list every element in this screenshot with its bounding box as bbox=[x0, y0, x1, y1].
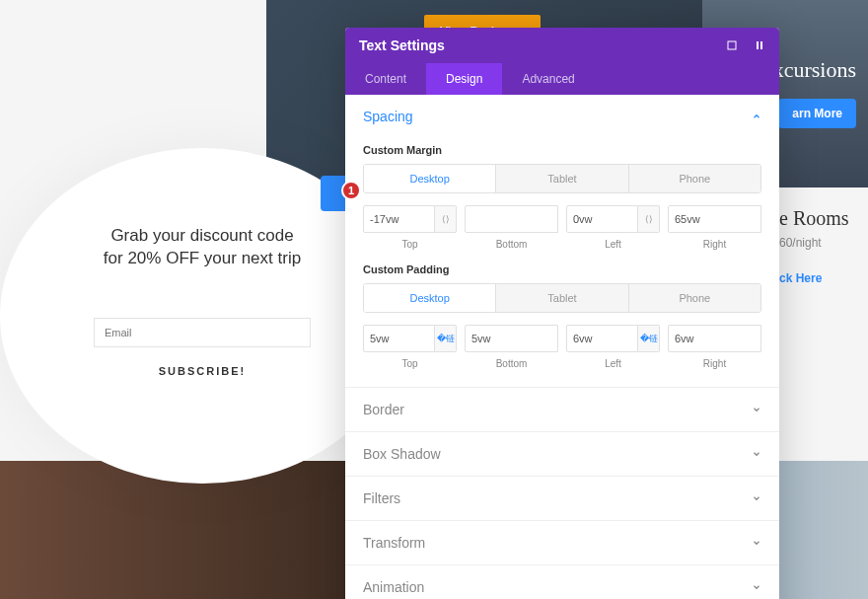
margin-device-desktop[interactable]: Desktop bbox=[364, 165, 496, 192]
chevron-down-icon bbox=[752, 538, 761, 548]
tab-content[interactable]: Content bbox=[345, 63, 426, 95]
text-settings-panel: Text Settings Content Design Advanced Sp… bbox=[345, 28, 779, 599]
chevron-down-icon bbox=[752, 449, 761, 459]
padding-left-input[interactable] bbox=[566, 325, 638, 352]
rooms-snippet: e Rooms 60/night ck Here bbox=[779, 207, 868, 285]
tab-design[interactable]: Design bbox=[426, 63, 502, 95]
margin-right-label: Right bbox=[703, 239, 726, 250]
padding-device-tabs: Desktop Tablet Phone bbox=[363, 283, 761, 313]
chevron-down-icon bbox=[752, 582, 761, 592]
section-transform-header[interactable]: Transform bbox=[345, 521, 779, 564]
margin-top-link-icon[interactable]: ⟨⟩ bbox=[435, 205, 457, 233]
promo-heading: Grab your discount codefor 20% OFF your … bbox=[104, 225, 301, 270]
section-spacing-header[interactable]: Spacing bbox=[345, 95, 779, 138]
padding-left-link-icon[interactable]: �链 bbox=[638, 325, 660, 352]
margin-left-label: Left bbox=[605, 239, 621, 250]
section-animation-label: Animation bbox=[363, 579, 424, 595]
rooms-price: 60/night bbox=[779, 236, 868, 250]
padding-device-tablet[interactable]: Tablet bbox=[496, 284, 628, 312]
margin-device-tabs: Desktop Tablet Phone bbox=[363, 164, 761, 193]
svg-rect-2 bbox=[760, 41, 762, 49]
custom-margin-label: Custom Margin bbox=[363, 144, 761, 156]
padding-bottom-label: Bottom bbox=[496, 358, 528, 369]
margin-device-tablet[interactable]: Tablet bbox=[496, 165, 628, 192]
section-transform-label: Transform bbox=[363, 535, 425, 551]
expand-icon[interactable] bbox=[726, 39, 738, 51]
section-filters-label: Filters bbox=[363, 490, 400, 506]
email-field[interactable] bbox=[94, 318, 311, 347]
section-filters-header[interactable]: Filters bbox=[345, 477, 779, 520]
section-spacing-label: Spacing bbox=[363, 109, 413, 124]
margin-bottom-input[interactable] bbox=[465, 205, 558, 233]
rooms-link[interactable]: ck Here bbox=[779, 271, 868, 285]
padding-top-label: Top bbox=[401, 358, 417, 369]
padding-device-phone[interactable]: Phone bbox=[629, 284, 760, 312]
subscribe-button[interactable]: SUBSCRIBE! bbox=[94, 355, 311, 387]
section-box-shadow-header[interactable]: Box Shadow bbox=[345, 432, 779, 476]
margin-device-phone[interactable]: Phone bbox=[629, 165, 760, 192]
section-border-header[interactable]: Border bbox=[345, 388, 779, 431]
margin-bottom-label: Bottom bbox=[496, 239, 528, 250]
learn-more-button[interactable]: arn More bbox=[778, 99, 856, 128]
chevron-down-icon bbox=[752, 405, 761, 414]
padding-bottom-input[interactable] bbox=[465, 325, 558, 352]
panel-title: Text Settings bbox=[359, 37, 445, 53]
padding-device-desktop[interactable]: Desktop bbox=[364, 284, 496, 312]
drag-icon[interactable] bbox=[754, 39, 765, 51]
padding-right-label: Right bbox=[703, 358, 726, 369]
padding-top-link-icon[interactable]: �链 bbox=[435, 325, 457, 352]
padding-top-input[interactable] bbox=[363, 325, 435, 352]
padding-left-label: Left bbox=[605, 358, 621, 369]
margin-left-link-icon[interactable]: ⟨⟩ bbox=[638, 205, 660, 233]
rooms-title: e Rooms bbox=[779, 207, 868, 230]
custom-padding-label: Custom Padding bbox=[363, 263, 761, 275]
margin-top-input[interactable] bbox=[363, 205, 435, 233]
svg-rect-0 bbox=[728, 41, 736, 49]
section-box-shadow-label: Box Shadow bbox=[363, 446, 441, 462]
margin-left-input[interactable] bbox=[566, 205, 638, 233]
panel-tabs: Content Design Advanced bbox=[345, 63, 779, 95]
padding-right-input[interactable] bbox=[668, 325, 761, 352]
svg-rect-1 bbox=[757, 41, 759, 49]
chevron-down-icon bbox=[752, 493, 761, 503]
margin-top-label: Top bbox=[401, 239, 417, 250]
tab-advanced[interactable]: Advanced bbox=[502, 63, 594, 95]
section-border-label: Border bbox=[363, 402, 404, 417]
section-animation-header[interactable]: Animation bbox=[345, 565, 779, 599]
margin-right-input[interactable] bbox=[668, 205, 761, 233]
chevron-up-icon bbox=[752, 112, 761, 121]
annotation-badge-1: 1 bbox=[341, 181, 361, 200]
